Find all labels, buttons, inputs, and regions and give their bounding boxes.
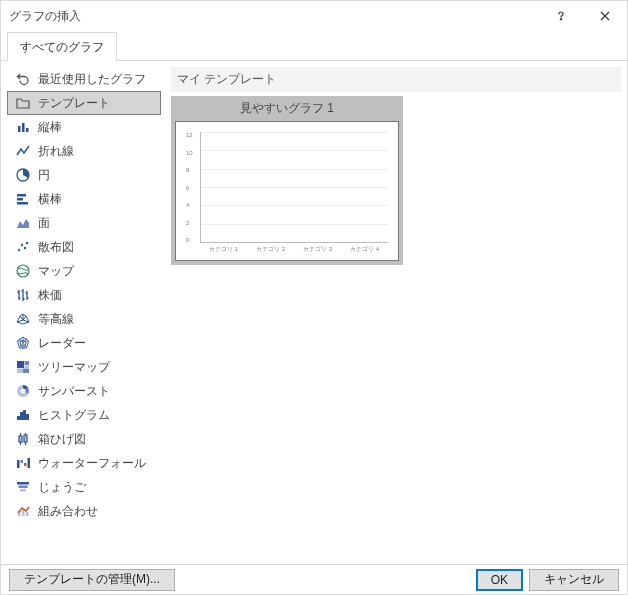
- sidebar-item-bar[interactable]: 横棒: [7, 187, 161, 211]
- svg-rect-18: [17, 369, 22, 374]
- svg-rect-7: [17, 202, 28, 205]
- svg-point-12: [17, 265, 29, 277]
- sidebar-item-templates[interactable]: テンプレート: [7, 91, 161, 115]
- chart-plot: [200, 132, 388, 243]
- manage-templates-button[interactable]: テンプレートの管理(M)...: [9, 569, 175, 591]
- svg-rect-15: [17, 361, 24, 368]
- line-chart-icon: [14, 142, 32, 160]
- funnel-icon: [14, 478, 32, 496]
- svg-rect-3: [26, 128, 29, 132]
- sidebar-item-histogram[interactable]: ヒストグラム: [7, 403, 161, 427]
- window-title: グラフの挿入: [9, 8, 539, 25]
- button-label: OK: [491, 573, 508, 587]
- svg-point-9: [21, 244, 23, 246]
- sidebar-item-label: 株価: [38, 287, 62, 304]
- sidebar-item-column[interactable]: 縦棒: [7, 115, 161, 139]
- sidebar-item-label: サンバースト: [38, 383, 110, 400]
- svg-point-11: [26, 242, 28, 244]
- svg-rect-31: [28, 458, 31, 468]
- waterfall-icon: [14, 454, 32, 472]
- content-pane: マイ テンプレート 見やすいグラフ 1 0 2 4 6 8 10 12: [165, 67, 621, 560]
- sidebar-item-waterfall[interactable]: ウォーターフォール: [7, 451, 161, 475]
- title-bar: グラフの挿入: [1, 1, 627, 31]
- sidebar-item-pie[interactable]: 円: [7, 163, 161, 187]
- y-axis-ticks: 0 2 4 6 8 10 12: [186, 132, 200, 243]
- sidebar-item-label: マップ: [38, 263, 74, 280]
- sidebar-item-combo[interactable]: 組み合わせ: [7, 499, 161, 523]
- undo-icon: [14, 70, 32, 88]
- map-icon: [14, 262, 32, 280]
- svg-rect-24: [23, 410, 26, 420]
- button-label: テンプレートの管理(M)...: [24, 571, 160, 588]
- radar-chart-icon: [14, 334, 32, 352]
- sidebar-item-label: 縦棒: [38, 119, 62, 136]
- close-button[interactable]: [583, 1, 627, 31]
- stock-chart-icon: [14, 286, 32, 304]
- area-chart-icon: [14, 214, 32, 232]
- sidebar-item-label: テンプレート: [38, 95, 110, 112]
- template-caption: 見やすいグラフ 1: [175, 100, 399, 121]
- svg-rect-27: [24, 435, 27, 442]
- sidebar-item-label: レーダー: [38, 335, 86, 352]
- help-button[interactable]: [539, 1, 583, 31]
- svg-rect-30: [24, 463, 27, 466]
- sidebar-item-label: 箱ひげ図: [38, 431, 86, 448]
- svg-rect-2: [22, 123, 25, 132]
- folder-icon: [14, 94, 32, 112]
- x-axis-ticks: カテゴリ 1カテゴリ 2カテゴリ 3カテゴリ 4: [186, 243, 388, 254]
- sunburst-icon: [14, 382, 32, 400]
- svg-rect-26: [19, 436, 22, 442]
- sidebar-item-surface[interactable]: 等高線: [7, 307, 161, 331]
- sidebar-item-label: 等高線: [38, 311, 74, 328]
- svg-rect-16: [25, 361, 30, 365]
- svg-rect-17: [25, 366, 30, 369]
- sidebar-item-label: ヒストグラム: [38, 407, 110, 424]
- sidebar-item-label: 散布図: [38, 239, 74, 256]
- sidebar-item-label: 折れ線: [38, 143, 74, 160]
- sidebar-item-boxwhisker[interactable]: 箱ひげ図: [7, 427, 161, 451]
- svg-point-21: [21, 389, 26, 394]
- tab-label: すべてのグラフ: [20, 40, 104, 54]
- chart-preview: 0 2 4 6 8 10 12 カテゴリ 1カテゴリ 2カテゴリ 3カテゴリ 4: [175, 121, 399, 261]
- svg-rect-34: [20, 489, 26, 492]
- pie-chart-icon: [14, 166, 32, 184]
- svg-rect-29: [21, 460, 24, 463]
- column-chart-icon: [14, 118, 32, 136]
- template-gallery: 見やすいグラフ 1 0 2 4 6 8 10 12: [171, 96, 621, 265]
- svg-point-8: [18, 249, 20, 251]
- sidebar-item-label: 横棒: [38, 191, 62, 208]
- svg-point-10: [24, 247, 26, 249]
- chart-type-sidebar: 最近使用したグラフ テンプレート 縦棒 折れ線 円: [7, 67, 165, 560]
- svg-rect-5: [17, 194, 26, 197]
- sidebar-item-area[interactable]: 面: [7, 211, 161, 235]
- svg-rect-19: [23, 369, 30, 374]
- sidebar-item-scatter[interactable]: 散布図: [7, 235, 161, 259]
- svg-rect-6: [17, 198, 23, 201]
- treemap-icon: [14, 358, 32, 376]
- sidebar-item-map[interactable]: マップ: [7, 259, 161, 283]
- svg-rect-32: [17, 482, 29, 485]
- sidebar-item-label: 面: [38, 215, 50, 232]
- dialog-footer: テンプレートの管理(M)... OK キャンセル: [1, 564, 627, 594]
- bar-chart-icon: [14, 190, 32, 208]
- template-item[interactable]: 見やすいグラフ 1 0 2 4 6 8 10 12: [171, 96, 403, 265]
- sidebar-item-radar[interactable]: レーダー: [7, 331, 161, 355]
- sidebar-item-line[interactable]: 折れ線: [7, 139, 161, 163]
- sidebar-item-sunburst[interactable]: サンバースト: [7, 379, 161, 403]
- ok-button[interactable]: OK: [476, 569, 523, 591]
- sidebar-item-label: ツリーマップ: [38, 359, 110, 376]
- sidebar-item-label: 組み合わせ: [38, 503, 98, 520]
- svg-rect-22: [17, 416, 20, 420]
- section-header: マイ テンプレート: [171, 67, 621, 92]
- sidebar-item-treemap[interactable]: ツリーマップ: [7, 355, 161, 379]
- surface-chart-icon: [14, 310, 32, 328]
- sidebar-item-label: 円: [38, 167, 50, 184]
- sidebar-item-funnel[interactable]: じょうご: [7, 475, 161, 499]
- tab-all-charts[interactable]: すべてのグラフ: [7, 32, 117, 61]
- sidebar-item-recent[interactable]: 最近使用したグラフ: [7, 67, 161, 91]
- cancel-button[interactable]: キャンセル: [529, 569, 619, 591]
- sidebar-item-stock[interactable]: 株価: [7, 283, 161, 307]
- svg-rect-25: [26, 414, 29, 420]
- tab-strip: すべてのグラフ: [1, 31, 627, 61]
- box-whisker-icon: [14, 430, 32, 448]
